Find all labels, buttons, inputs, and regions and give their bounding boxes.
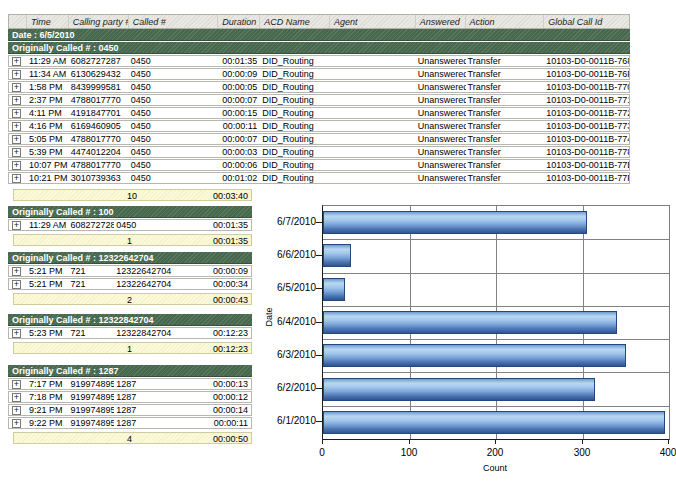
y-tick-mark bbox=[316, 355, 322, 356]
cell-calling: 4788017770 bbox=[69, 95, 129, 105]
y-tick-mark bbox=[316, 288, 322, 289]
cell-calling: 6082727287 bbox=[69, 220, 115, 230]
cell-time: 7:18 PM bbox=[27, 392, 69, 402]
cell-acd: DID_Routing bbox=[260, 160, 330, 170]
cell-action: Transfer bbox=[466, 134, 545, 144]
y-tick-label: 6/5/2010 bbox=[270, 282, 316, 294]
group-rows: +11:29 AM6082727287045000:01:35DID_Routi… bbox=[8, 55, 630, 184]
cell-duration: 00:00:12 bbox=[209, 392, 251, 402]
expand-row-button[interactable]: + bbox=[12, 96, 21, 105]
expand-row-button[interactable]: + bbox=[12, 83, 21, 92]
group-header: Originally Called # : 12322842704 bbox=[8, 314, 252, 326]
cell-acd: DID_Routing bbox=[260, 82, 330, 92]
cell-duration: 00:01:02 bbox=[218, 173, 260, 183]
group-summary-row: 10 00:03:40 bbox=[13, 189, 252, 201]
call-row: +5:23 PM7211232284270400:12:23 bbox=[8, 327, 252, 339]
expand-row-button[interactable]: + bbox=[12, 267, 21, 276]
group-header: Originally Called # : 0450 bbox=[8, 42, 630, 54]
group-total-duration: 00:12:23 bbox=[213, 344, 248, 354]
call-row: +11:34 AM6130629432045000:00:09DID_Routi… bbox=[8, 68, 630, 80]
group-rows: +7:17 PM9199748952128700:00:13+7:18 PM91… bbox=[8, 378, 252, 429]
expand-row-button[interactable]: + bbox=[12, 135, 21, 144]
expand-row-button[interactable]: + bbox=[12, 70, 21, 79]
group-total-duration: 00:03:40 bbox=[213, 191, 248, 201]
cell-gcid: 10103-D0-0011B-770 bbox=[544, 82, 629, 92]
cell-gcid: 10103-D0-0011B-771 bbox=[544, 95, 629, 105]
expand-cell: + bbox=[9, 135, 27, 144]
cell-action: Transfer bbox=[466, 121, 545, 131]
expand-cell: + bbox=[9, 57, 27, 66]
expand-row-button[interactable]: + bbox=[12, 161, 21, 170]
expand-row-button[interactable]: + bbox=[12, 406, 21, 415]
expand-row-button[interactable]: + bbox=[12, 122, 21, 131]
call-row: +2:37 PM4788017770045000:00:07DID_Routin… bbox=[8, 94, 630, 106]
call-row: +10:07 PM4788017770045000:00:06DID_Routi… bbox=[8, 159, 630, 171]
cell-gcid: 10103-D0-0011B-768 bbox=[544, 56, 629, 66]
cell-time: 10:07 PM bbox=[27, 160, 69, 170]
group-call-count: 10 bbox=[127, 191, 137, 201]
chart-bar-6-1-2010 bbox=[323, 411, 665, 434]
cell-duration: 00:00:06 bbox=[218, 160, 260, 170]
expand-row-button[interactable]: + bbox=[12, 280, 21, 289]
cell-action: Transfer bbox=[466, 56, 545, 66]
expand-row-button[interactable]: + bbox=[12, 221, 21, 230]
cell-called: 0450 bbox=[129, 56, 219, 66]
cell-time: 5:05 PM bbox=[27, 134, 69, 144]
chart-plot-area bbox=[322, 205, 670, 440]
column-header-answered: Answered bbox=[416, 15, 466, 28]
cell-duration: 00:00:11 bbox=[209, 418, 251, 428]
column-header-duration: Duration bbox=[218, 15, 260, 28]
group-summary-row: 2 00:00:43 bbox=[13, 293, 252, 305]
cell-acd: DID_Routing bbox=[260, 173, 330, 183]
expand-row-button[interactable]: + bbox=[12, 393, 21, 402]
call-group-section: Originally Called # : 1287 +7:17 PM91997… bbox=[8, 365, 252, 444]
cell-calling: 4788017770 bbox=[69, 160, 129, 170]
expand-row-button[interactable]: + bbox=[12, 148, 21, 157]
call-row: +5:21 PM7211232264270400:00:09 bbox=[8, 265, 252, 277]
cell-gcid: 10103-D0-0011B-772 bbox=[544, 108, 629, 118]
cell-time: 9:21 PM bbox=[27, 405, 69, 415]
cell-gcid: 10103-D0-0011B-76F bbox=[544, 69, 629, 79]
call-row: +9:22 PM9199748952128700:00:11 bbox=[8, 417, 252, 429]
cell-duration: 00:00:11 bbox=[218, 121, 260, 131]
expand-row-button[interactable]: + bbox=[12, 109, 21, 118]
cell-answered: Unanswered bbox=[416, 147, 466, 157]
chart-bar-6-6-2010 bbox=[323, 244, 351, 267]
call-row: +7:18 PM9199748952128700:00:12 bbox=[8, 391, 252, 403]
column-header-global-call-id: Global Call Id bbox=[544, 15, 629, 28]
cell-called: 1287 bbox=[114, 392, 209, 402]
cell-called: 1287 bbox=[114, 379, 209, 389]
cell-duration: 00:00:05 bbox=[218, 82, 260, 92]
expand-cell: + bbox=[9, 109, 27, 118]
chart-bar-6-4-2010 bbox=[323, 311, 617, 334]
cell-time: 7:17 PM bbox=[27, 379, 69, 389]
expand-cell: + bbox=[9, 122, 27, 131]
group-call-count: 2 bbox=[127, 295, 132, 305]
chart-bar-6-3-2010 bbox=[323, 344, 626, 367]
expand-cell: + bbox=[9, 329, 27, 338]
expand-cell: + bbox=[9, 174, 27, 183]
x-tick-mark bbox=[668, 439, 669, 444]
cell-gcid: 10103-D0-0011B-773 bbox=[544, 121, 629, 131]
cell-called: 0450 bbox=[129, 108, 219, 118]
y-tick-mark bbox=[316, 421, 322, 422]
column-header-agent: Agent bbox=[330, 15, 416, 28]
cell-time: 5:21 PM bbox=[27, 279, 69, 289]
group-header: Originally Called # : 12322642704 bbox=[8, 252, 252, 264]
call-group-section: Originally Called # : 12322642704 +5:21 … bbox=[8, 252, 252, 305]
group-summary-row: 1 00:01:35 bbox=[13, 234, 252, 246]
cell-calling: 4474012204 bbox=[69, 147, 129, 157]
cell-called: 12322842704 bbox=[114, 328, 209, 338]
y-tick-label: 6/3/2010 bbox=[270, 349, 316, 361]
expand-row-button[interactable]: + bbox=[12, 419, 21, 428]
cell-answered: Unanswered bbox=[416, 95, 466, 105]
expand-row-button[interactable]: + bbox=[12, 329, 21, 338]
cell-duration: 00:00:13 bbox=[209, 379, 251, 389]
expand-row-button[interactable]: + bbox=[12, 174, 21, 183]
expand-row-button[interactable]: + bbox=[12, 380, 21, 389]
column-header-called: Called # bbox=[129, 15, 219, 28]
cell-duration: 00:00:09 bbox=[209, 266, 251, 276]
cell-duration: 00:00:09 bbox=[218, 69, 260, 79]
cell-action: Transfer bbox=[466, 147, 545, 157]
expand-row-button[interactable]: + bbox=[12, 57, 21, 66]
